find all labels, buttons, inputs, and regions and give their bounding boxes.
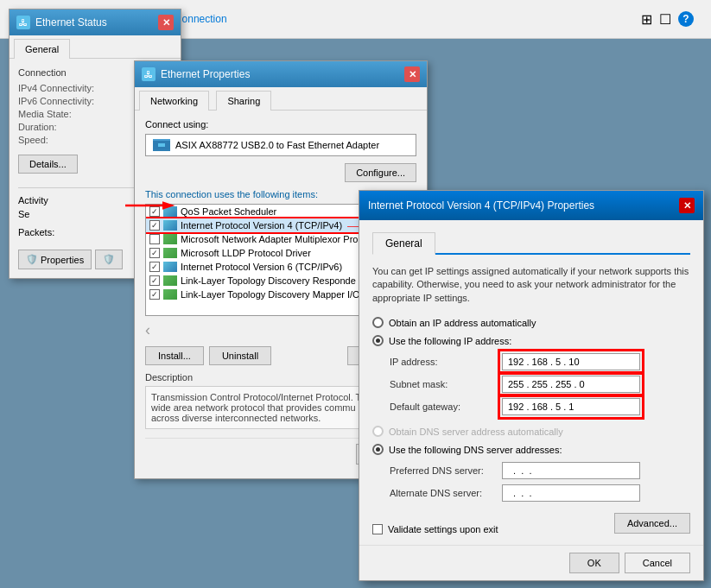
properties-button[interactable]: 🛡️ Properties — [18, 250, 92, 269]
radio-manual-ip[interactable]: Use the following IP address: — [372, 335, 690, 346]
checkbox[interactable] — [149, 289, 160, 300]
install-button[interactable]: Install... — [145, 346, 204, 365]
alternate-dns-input[interactable]: . . . — [502, 484, 640, 502]
tcp-titlebar: Internet Protocol Version 4 (TCP/IPv4) P… — [359, 191, 703, 220]
checkbox[interactable] — [149, 220, 160, 231]
radio-auto-dns-input[interactable] — [372, 426, 384, 437]
adapter-box: ASIX AX88772 USB2.0 to Fast Ethernet Ada… — [145, 134, 416, 156]
alternate-dns-value: . . . — [508, 488, 537, 498]
gateway-label: Default gateway: — [390, 401, 502, 412]
radio-auto-dns: Obtain DNS server address automatically — [372, 426, 690, 437]
checkbox[interactable] — [149, 275, 160, 286]
item-icon — [163, 248, 177, 258]
alternate-dns-row: Alternate DNS server: . . . — [390, 484, 690, 502]
gateway-row: Default gateway: 192 . 168 . 5 . 1 — [390, 398, 690, 415]
ethernet-props-close[interactable]: ✕ — [404, 66, 420, 82]
preferred-dns-row: Preferred DNS server: . . . — [390, 462, 690, 479]
checkbox[interactable] — [149, 248, 160, 258]
ip-label: IP address: — [390, 357, 502, 367]
disable-button[interactable]: 🛡️ — [95, 250, 123, 269]
tcp-tab-bar: General — [372, 231, 690, 255]
checkbox[interactable] — [149, 206, 160, 217]
info-text: You can get IP settings assigned automat… — [372, 265, 690, 305]
validate-row: Validate settings upon exit — [372, 524, 498, 534]
ip-fields: IP address: 192 . 168 . 5 . 10 Subnet ma… — [390, 353, 690, 415]
preferred-dns-value: . . . — [508, 465, 537, 476]
radio-auto-ip[interactable]: Obtain an IP address automatically — [372, 317, 690, 328]
dns-fields: Preferred DNS server: . . . Alternate DN… — [390, 462, 690, 502]
subnet-input[interactable]: 255 . 255 . 255 . 0 — [502, 376, 640, 393]
tab-general-tcp[interactable]: General — [372, 232, 435, 255]
subnet-value: 255 . 255 . 255 . 0 — [508, 379, 585, 389]
checkbox[interactable] — [149, 262, 160, 272]
connect-using-label: Connect using: — [145, 119, 416, 130]
subnet-label: Subnet mask: — [390, 379, 502, 389]
tcp-close[interactable]: ✕ — [679, 198, 695, 213]
help-icon[interactable]: ? — [678, 11, 694, 27]
validate-label: Validate settings upon exit — [388, 524, 498, 534]
preferred-dns-label: Preferred DNS server: — [390, 465, 502, 476]
configure-button[interactable]: Configure... — [345, 163, 416, 182]
radio-manual-dns-input[interactable] — [372, 444, 384, 455]
sent-label: Se — [18, 209, 29, 219]
preferred-dns-input[interactable]: . . . — [502, 462, 640, 479]
ethernet-status-icon: 🖧 — [16, 16, 30, 29]
ethernet-props-icon: 🖧 — [142, 67, 156, 81]
tcp-title: Internet Protocol Version 4 (TCP/IPv4) P… — [368, 199, 594, 212]
validate-checkbox[interactable] — [372, 524, 383, 534]
ethernet-status-tabs: General — [10, 35, 181, 59]
radio-auto-dns-label: Obtain DNS server address automatically — [389, 427, 563, 437]
item-icon — [163, 275, 177, 286]
adapter-name: ASIX AX88772 USB2.0 to Fast Ethernet Ada… — [175, 140, 379, 150]
advanced-button[interactable]: Advanced... — [614, 513, 690, 534]
radio-manual-ip-input[interactable] — [372, 335, 384, 346]
ethernet-status-close[interactable]: ✕ — [158, 15, 174, 30]
ethernet-status-titlebar: 🖧 Ethernet Status ✕ — [10, 9, 181, 35]
alternate-dns-label: Alternate DNS server: — [390, 488, 502, 498]
packets-label: Packets: — [18, 227, 54, 237]
radio-manual-dns-label: Use the following DNS server addresses: — [389, 445, 562, 455]
details-button[interactable]: Details... — [18, 155, 78, 174]
tcp-cancel-button[interactable]: Cancel — [625, 553, 690, 573]
tab-sharing[interactable]: Sharing — [216, 91, 271, 111]
item-icon — [163, 262, 177, 272]
item-icon — [163, 220, 177, 231]
tcp-ok-button[interactable]: OK — [569, 553, 619, 573]
tab-networking[interactable]: Networking — [139, 91, 209, 111]
radio-auto-ip-input[interactable] — [372, 317, 384, 328]
subnet-row: Subnet mask: 255 . 255 . 255 . 0 — [390, 376, 690, 393]
radio-manual-dns[interactable]: Use the following DNS server addresses: — [372, 444, 690, 455]
ethernet-props-title: Ethernet Properties — [161, 68, 250, 80]
item-icon — [163, 206, 177, 217]
tcp-properties-dialog: Internet Protocol Version 4 (TCP/IPv4) P… — [359, 190, 704, 581]
tab-general[interactable]: General — [14, 39, 70, 59]
ethernet-props-titlebar: 🖧 Ethernet Properties ✕ — [135, 61, 427, 87]
gateway-input[interactable]: 192 . 168 . 5 . 1 — [502, 398, 640, 415]
ip-address-row: IP address: 192 . 168 . 5 . 10 — [390, 353, 690, 370]
radio-auto-ip-label: Obtain an IP address automatically — [389, 318, 536, 328]
checkbox[interactable] — [149, 234, 160, 244]
header-icons: ⊞ ☐ ? — [641, 11, 694, 28]
adapter-icon — [153, 139, 170, 151]
ethernet-props-tabs: Networking Sharing — [135, 87, 427, 111]
gateway-value: 192 . 168 . 5 . 1 — [508, 401, 574, 412]
item-icon — [163, 289, 177, 300]
ip-address-input[interactable]: 192 . 168 . 5 . 10 — [502, 353, 640, 370]
dns-section: Obtain DNS server address automatically … — [372, 426, 690, 502]
item-icon — [163, 234, 177, 244]
radio-manual-ip-label: Use the following IP address: — [389, 336, 511, 346]
uninstall-button[interactable]: Uninstall — [209, 346, 271, 365]
ethernet-status-title: Ethernet Status — [35, 16, 107, 28]
ip-value: 192 . 168 . 5 . 10 — [508, 357, 580, 367]
tcp-dialog-btns: OK Cancel — [359, 545, 703, 580]
svg-rect-3 — [158, 143, 165, 147]
